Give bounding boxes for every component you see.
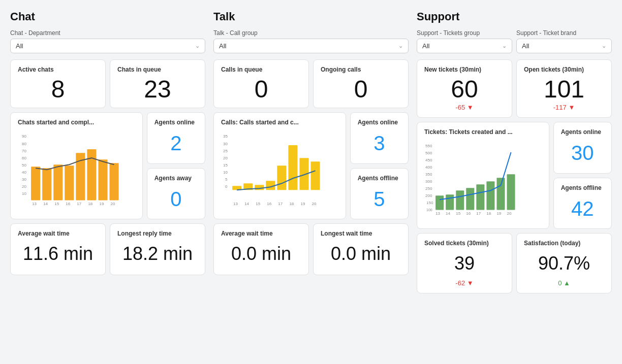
svg-text:13: 13 [32,202,37,206]
support-middle-section: Tickets: Tickets created and ... 550 500… [417,122,612,229]
svg-text:19: 19 [300,202,305,206]
svg-text:16: 16 [66,202,70,206]
svg-rect-59 [436,195,444,210]
support-agents-online-label: Agents online [561,128,604,136]
satisfaction-delta: 0 ▲ [524,279,604,287]
support-agents-online-value: 30 [561,140,604,167]
svg-text:10: 10 [223,170,228,175]
svg-text:25: 25 [223,149,228,153]
support-filter1-select[interactable]: All ⌄ [417,39,512,53]
svg-rect-12 [65,166,74,200]
svg-text:10: 10 [22,191,26,196]
svg-text:20: 20 [312,202,317,206]
talk-filter-select[interactable]: All ⌄ [213,39,409,53]
support-filter-group2: Support - Ticket brand All ⌄ [516,29,612,53]
svg-rect-14 [87,149,96,200]
svg-rect-61 [456,190,464,210]
solved-tickets-label: Solved tickets (30min) [424,240,505,247]
calls-queue-value: 0 [221,77,301,102]
active-chats-value: 8 [18,77,98,102]
down-triangle-icon: ▼ [467,104,474,111]
svg-text:14: 14 [244,202,249,206]
talk-side-cards: Agents online 3 Agents offline 5 [350,112,409,219]
chevron-down-icon: ⌄ [502,43,507,49]
talk-filters: Talk - Call group All ⌄ [213,29,409,53]
down-triangle-icon: ▼ [568,104,575,111]
svg-rect-11 [53,164,63,200]
support-filters: Support - Tickets group All ⌄ Support - … [417,29,612,53]
open-tickets-card: Open tickets (30min) 101 -117 ▼ [516,59,612,118]
chat-agents-away-value: 0 [154,186,198,213]
svg-rect-38 [288,145,297,190]
solved-tickets-delta: -62 ▼ [424,279,505,287]
svg-text:450: 450 [425,158,432,162]
satisfaction-card: Satisfaction (today) 90.7% 0 ▲ [516,233,612,293]
chevron-down-icon: ⌄ [398,43,403,49]
open-tickets-label: Open tickets (30min) [524,66,604,73]
support-filter2-label: Support - Ticket brand [516,29,612,37]
svg-text:90: 90 [22,134,26,139]
svg-rect-35 [255,185,264,190]
chat-avg-wait-value: 11.6 min [18,239,98,269]
open-tickets-value: 101 [524,77,604,102]
svg-text:400: 400 [425,165,432,170]
chat-title: Chat [10,10,205,23]
talk-chart-svg: 35 30 25 20 15 10 5 0 [221,130,338,211]
svg-text:14: 14 [43,202,48,206]
chat-middle-section: Chats started and compl... 90 80 70 60 5… [10,112,205,219]
talk-avg-wait-value: 0.0 min [221,239,301,269]
svg-text:15: 15 [456,211,460,216]
satisfaction-value: 90.7% [524,249,604,278]
solved-tickets-card: Solved tickets (30min) 39 -62 ▼ [417,233,512,293]
chat-top-cards: Active chats 8 Chats in queue 23 [10,59,205,108]
solved-tickets-value: 39 [424,249,505,278]
svg-text:14: 14 [446,211,450,216]
up-triangle-icon: ▲ [564,279,570,287]
svg-text:18: 18 [88,202,92,206]
svg-text:500: 500 [425,151,432,155]
satisfaction-label: Satisfaction (today) [524,240,604,247]
talk-agents-offline-value: 5 [358,186,401,213]
svg-text:150: 150 [426,201,433,205]
chat-filter-select[interactable]: All ⌄ [10,39,205,53]
support-side-cards: Agents online 30 Agents offline 42 [553,122,612,229]
svg-rect-66 [507,174,515,210]
talk-agents-online-card: Agents online 3 [350,112,409,164]
support-chart-card: Tickets: Tickets created and ... 550 500… [417,122,549,229]
svg-rect-63 [476,184,484,210]
chat-avg-wait-card: Average wait time 11.6 min [10,223,106,275]
svg-text:18: 18 [289,202,294,206]
svg-rect-9 [31,167,40,200]
dashboard: Chat Chat - Department All ⌄ Active chat… [10,10,612,293]
chat-chart-card: Chats started and compl... 90 80 70 60 5… [10,112,143,219]
svg-text:30: 30 [22,177,26,182]
chat-agents-online-value: 2 [154,130,198,157]
talk-longest-wait-label: Longest wait time [321,230,401,237]
new-tickets-delta: -65 ▼ [424,104,505,111]
chat-chart-svg: 90 80 70 60 50 40 30 20 10 [18,130,135,211]
new-tickets-value: 60 [424,77,505,102]
chat-avg-wait-label: Average wait time [18,230,98,237]
support-agents-offline-label: Agents offline [561,184,604,191]
svg-rect-60 [446,194,454,210]
talk-longest-wait-card: Longest wait time 0.0 min [313,223,409,275]
chat-chart-title: Chats started and compl... [18,119,135,126]
svg-text:350: 350 [425,172,432,177]
chat-agents-away-label: Agents away [154,175,198,182]
svg-text:0: 0 [225,184,228,189]
svg-text:50: 50 [22,163,26,168]
support-filter-group1: Support - Tickets group All ⌄ [417,29,512,53]
svg-text:60: 60 [22,156,26,160]
support-filter2-select[interactable]: All ⌄ [516,39,612,53]
support-agents-offline-value: 42 [561,195,604,223]
chat-filter-group: Chat - Department All ⌄ [10,29,205,53]
support-filter1-label: Support - Tickets group [417,29,512,37]
svg-rect-62 [466,188,474,210]
calls-queue-card: Calls in queue 0 [213,59,309,108]
chat-filter-label: Chat - Department [10,29,205,37]
chevron-down-icon: ⌄ [602,43,606,49]
support-chart-svg: 550 500 450 400 350 300 250 200 150 100 [424,140,542,221]
support-chart-area: 550 500 450 400 350 300 250 200 150 100 [424,140,542,222]
ongoing-calls-card: Ongoing calls 0 [313,59,409,108]
svg-text:17: 17 [77,202,81,206]
